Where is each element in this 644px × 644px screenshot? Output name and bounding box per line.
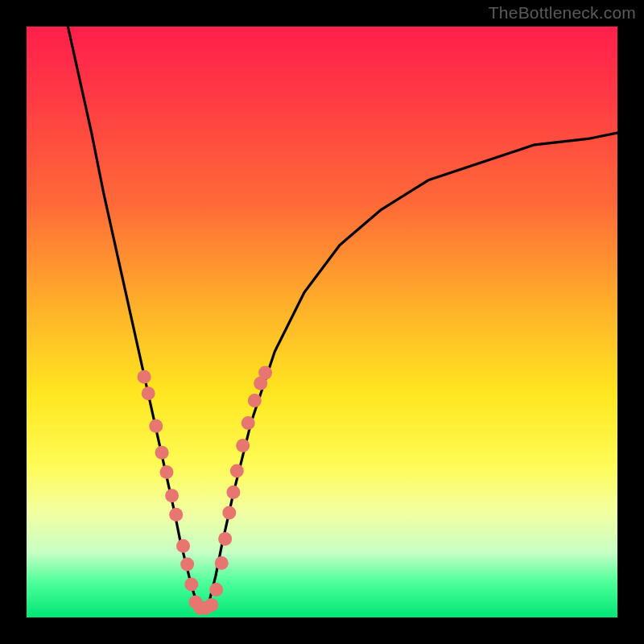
svg-point-0 [138,370,151,384]
svg-point-18 [226,485,240,499]
svg-point-13 [204,598,218,612]
svg-point-17 [222,506,236,520]
dots-right [199,366,272,615]
plot-area [27,27,617,617]
svg-point-9 [184,577,198,591]
svg-point-6 [169,508,183,522]
chart-frame: TheBottleneck.com [0,0,644,644]
svg-point-24 [258,366,272,380]
dots-left [138,370,208,615]
svg-point-1 [142,386,155,400]
svg-point-20 [236,439,250,452]
svg-point-22 [248,394,262,407]
svg-point-3 [155,446,169,460]
svg-point-16 [218,532,232,546]
svg-point-15 [215,556,229,570]
svg-point-7 [176,539,190,553]
curves-svg [27,27,617,617]
svg-point-21 [242,416,255,430]
svg-point-8 [180,557,194,571]
left-curve [68,27,204,612]
watermark-text: TheBottleneck.com [489,3,636,23]
svg-point-5 [165,489,179,502]
svg-point-2 [149,419,163,433]
svg-point-14 [209,583,223,597]
svg-point-19 [230,464,244,477]
svg-point-4 [159,465,173,479]
